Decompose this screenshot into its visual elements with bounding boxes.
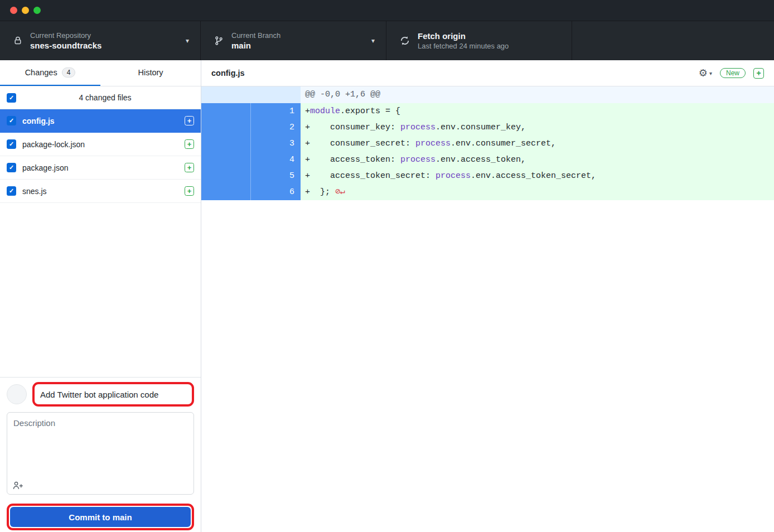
diff-line[interactable]: 2+ consumer_key: process.env.consumer_ke…	[201, 119, 774, 136]
old-line-number	[201, 152, 251, 168]
toolbar: Current Repository snes-soundtracks ▾ Cu…	[0, 21, 774, 60]
commit-button[interactable]: Commit to main	[10, 507, 191, 527]
file-row[interactable]: ✓snes.js+	[0, 180, 201, 203]
diff-line[interactable]: 3+ consumer_secret: process.env.consumer…	[201, 136, 774, 152]
summary-annotation-highlight: Add Twitter bot application code	[32, 382, 194, 407]
added-file-icon: +	[185, 116, 194, 125]
new-line-number: 1	[251, 103, 301, 119]
hunk-gutter	[201, 86, 301, 103]
file-name: snes.js	[22, 187, 178, 196]
changes-count-badge: 4	[62, 67, 76, 78]
diff-line[interactable]: 6+ }; ⊘↵	[201, 184, 774, 200]
diff-line-gutter[interactable]: 5	[201, 168, 301, 184]
diff-line[interactable]: 4+ access_token: process.env.access_toke…	[201, 152, 774, 168]
add-coauthor-icon[interactable]	[13, 481, 23, 490]
description-placeholder: Description	[13, 418, 187, 428]
file-row[interactable]: ✓package.json+	[0, 156, 201, 180]
gear-icon[interactable]: ⚙▾	[699, 67, 712, 79]
lock-icon	[13, 36, 22, 46]
sync-icon	[400, 36, 410, 46]
tab-history-label: History	[138, 68, 163, 77]
diff-line-code: + consumer_key: process.env.consumer_key…	[301, 119, 526, 136]
diff-view: @@ -0,0 +1,6 @@ 1+module.exports = {2+ c…	[201, 86, 774, 200]
file-row[interactable]: ✓config.js+	[0, 109, 201, 133]
sidebar: Changes 4 History ✓ 4 changed files ✓con…	[0, 60, 201, 532]
repository-label: Current Repository	[30, 31, 101, 40]
chevron-down-icon: ▾	[371, 37, 375, 45]
file-name: package.json	[22, 163, 178, 172]
file-checkbox[interactable]: ✓	[7, 163, 16, 172]
fetch-title: Fetch origin	[418, 31, 509, 41]
diff-header-actions: ⚙▾ New +	[699, 67, 764, 79]
file-name: package-lock.json	[22, 140, 178, 149]
commit-button-annotation-highlight: Commit to main	[7, 504, 194, 530]
old-line-number	[201, 136, 251, 152]
added-file-icon: +	[185, 186, 194, 196]
old-line-number	[201, 119, 251, 136]
old-line-number	[201, 184, 251, 200]
file-checkbox[interactable]: ✓	[7, 186, 16, 196]
diff-line-gutter[interactable]: 2	[201, 119, 301, 136]
commit-button-branch: main	[113, 512, 132, 522]
commit-form: Add Twitter bot application code Descrip…	[0, 377, 201, 532]
content: Changes 4 History ✓ 4 changed files ✓con…	[0, 60, 774, 532]
file-checkbox[interactable]: ✓	[7, 116, 16, 125]
commit-summary-input[interactable]: Add Twitter bot application code	[35, 385, 191, 404]
new-line-number: 5	[251, 168, 301, 184]
tab-changes[interactable]: Changes 4	[0, 60, 100, 86]
diff-pane: config.js ⚙▾ New + @@ -0,0 +1,6 @@ 1+mod…	[201, 60, 774, 532]
chevron-down-icon: ▾	[709, 70, 712, 76]
window-controls	[10, 7, 41, 14]
minimize-button[interactable]	[22, 7, 29, 14]
diff-line-gutter[interactable]: 6	[201, 184, 301, 200]
commit-description-input[interactable]: Description	[7, 412, 194, 495]
changed-files-header: ✓ 4 changed files	[0, 86, 201, 109]
new-line-number: 6	[251, 184, 301, 200]
file-name: config.js	[22, 117, 178, 125]
branch-label: Current Branch	[231, 31, 280, 40]
new-line-number: 2	[251, 119, 301, 136]
diff-line-gutter[interactable]: 4	[201, 152, 301, 168]
diff-line-gutter[interactable]: 3	[201, 136, 301, 152]
file-list: ✓config.js+✓package-lock.json+✓package.j…	[0, 109, 201, 377]
new-line-number: 4	[251, 152, 301, 168]
avatar	[7, 384, 27, 404]
titlebar	[0, 0, 774, 21]
tab-history[interactable]: History	[100, 60, 201, 86]
plus-square-icon[interactable]: +	[753, 68, 764, 79]
branch-name: main	[231, 41, 280, 50]
current-branch-dropdown[interactable]: Current Branch main ▾	[201, 21, 386, 60]
diff-line-code: + consumer_secret: process.env.consumer_…	[301, 136, 556, 152]
changed-files-count: 4 changed files	[16, 93, 194, 102]
diff-line[interactable]: 5+ access_token_secret: process.env.acce…	[201, 168, 774, 184]
file-checkbox[interactable]: ✓	[7, 139, 16, 149]
chevron-down-icon: ▾	[186, 37, 189, 45]
summary-row: Add Twitter bot application code	[7, 382, 194, 407]
old-line-number	[201, 168, 251, 184]
diff-line-code: + access_token_secret: process.env.acces…	[301, 168, 596, 184]
repository-name: snes-soundtracks	[30, 41, 101, 50]
diff-lines: 1+module.exports = {2+ consumer_key: pro…	[201, 103, 774, 200]
select-all-checkbox[interactable]: ✓	[7, 93, 16, 103]
current-repository-dropdown[interactable]: Current Repository snes-soundtracks ▾	[0, 21, 201, 60]
tab-changes-label: Changes	[25, 68, 57, 77]
diff-file-header: config.js ⚙▾ New +	[201, 60, 774, 86]
diff-line-gutter[interactable]: 1	[201, 103, 301, 119]
hunk-header-text: @@ -0,0 +1,6 @@	[301, 86, 380, 103]
diff-line[interactable]: 1+module.exports = {	[201, 103, 774, 119]
added-file-icon: +	[185, 163, 194, 172]
added-file-icon: +	[185, 139, 194, 149]
sidebar-tabs: Changes 4 History	[0, 60, 201, 86]
new-badge: New	[720, 68, 746, 78]
hunk-header-row[interactable]: @@ -0,0 +1,6 @@	[201, 86, 774, 103]
fetch-origin-button[interactable]: Fetch origin Last fetched 24 minutes ago	[386, 21, 572, 60]
diff-file-title: config.js	[211, 69, 245, 78]
close-button[interactable]	[10, 7, 17, 14]
diff-line-code: +module.exports = {	[301, 103, 400, 119]
zoom-button[interactable]	[33, 7, 41, 14]
old-line-number	[201, 103, 251, 119]
new-line-number: 3	[251, 136, 301, 152]
file-row[interactable]: ✓package-lock.json+	[0, 133, 201, 156]
app-window: Current Repository snes-soundtracks ▾ Cu…	[0, 0, 774, 532]
commit-button-prefix: Commit to	[69, 512, 112, 522]
